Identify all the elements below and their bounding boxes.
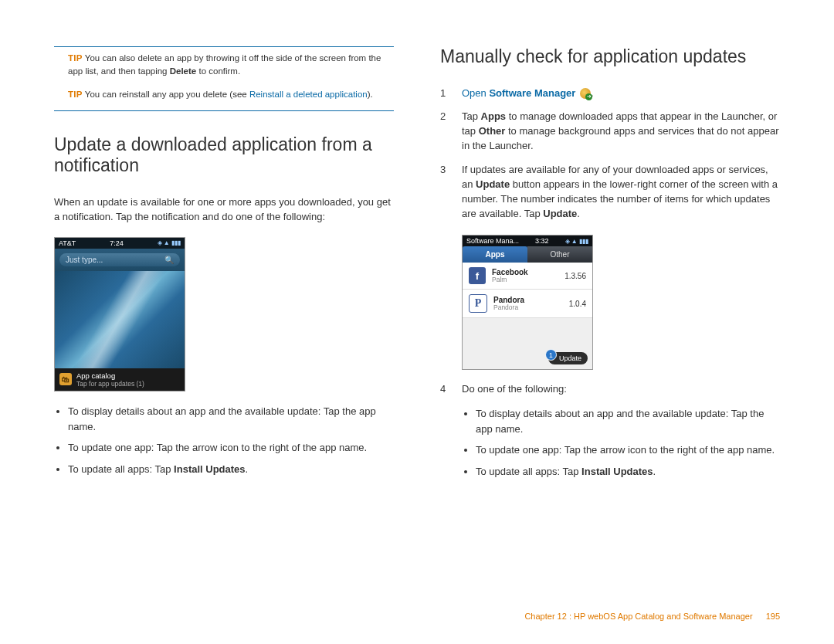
tab-apps[interactable]: Apps bbox=[463, 246, 527, 263]
tab-bar: Apps Other bbox=[463, 246, 592, 263]
list-item: To update all apps: Tap Install Updates. bbox=[68, 462, 394, 477]
step-2: 2 Tap Apps to manage downloaded apps tha… bbox=[440, 110, 780, 163]
step-body: Do one of the following: bbox=[462, 382, 780, 406]
page-footer: Chapter 12 : HP webOS App Catalog and So… bbox=[524, 612, 780, 621]
status-icons: ◈ ▲ ▮▮▮ bbox=[158, 239, 181, 246]
tip-block-1: TIP You can also delete an app by throwi… bbox=[54, 52, 394, 79]
left-column: TIP You can also delete an app by throwi… bbox=[54, 46, 394, 485]
software-manager-icon bbox=[580, 88, 591, 99]
step-bold: Update bbox=[543, 208, 577, 219]
tip-link[interactable]: Reinstall a deleted application bbox=[249, 90, 368, 99]
step-text: . bbox=[577, 208, 580, 219]
app-title: Software Mana... bbox=[466, 237, 519, 245]
list-filler: 1 Update bbox=[463, 318, 592, 369]
list-text: . bbox=[246, 463, 249, 475]
app-info: Pandora Pandora bbox=[493, 296, 569, 311]
status-time: 7:24 bbox=[110, 239, 124, 247]
step-4: 4 Do one of the following: bbox=[440, 382, 780, 406]
bullet-list: To display details about an app and the … bbox=[54, 404, 394, 476]
status-bar: Software Mana... 3:32 ◈ ▲ ▮▮▮ bbox=[463, 236, 592, 246]
step-bold: Apps bbox=[481, 110, 507, 122]
step-number: 1 bbox=[440, 86, 462, 110]
pandora-icon: P bbox=[469, 294, 487, 313]
wallpaper-area bbox=[55, 271, 185, 368]
section-heading: Manually check for application updates bbox=[440, 46, 780, 68]
search-placeholder: Just type... bbox=[66, 256, 103, 264]
notification-subtitle: Tap for app updates (1) bbox=[76, 380, 144, 388]
step-number: 2 bbox=[440, 110, 462, 163]
section-heading: Update a downloaded application from a n… bbox=[54, 134, 394, 177]
update-label: Update bbox=[559, 354, 581, 362]
list-item: To display details about an app and the … bbox=[68, 404, 394, 434]
tip-label: TIP bbox=[68, 53, 83, 63]
app-row-facebook[interactable]: f Facebook Palm 1.3.56 bbox=[463, 263, 592, 290]
step-body: If updates are available for any of your… bbox=[462, 163, 780, 230]
update-count-badge: 1 bbox=[545, 349, 557, 361]
tab-other[interactable]: Other bbox=[527, 246, 592, 263]
list-text: . bbox=[653, 466, 656, 477]
app-version: 1.0.4 bbox=[569, 300, 586, 308]
numbered-list: 1 Open Software Manager . 2 Tap Apps to … bbox=[440, 86, 780, 231]
list-item: To update one app: Tap the arrow icon to… bbox=[476, 442, 780, 458]
app-list: f Facebook Palm 1.3.56 P Pandora Pandora… bbox=[463, 263, 592, 369]
status-bar: AT&T 7:24 ◈ ▲ ▮▮▮ bbox=[55, 238, 185, 249]
document-page: TIP You can also delete an app by throwi… bbox=[0, 0, 834, 508]
search-bar-area: Just type... 🔍 bbox=[55, 249, 185, 271]
tip-text: to confirm. bbox=[196, 66, 240, 76]
update-button[interactable]: 1 Update bbox=[548, 352, 588, 364]
app-row-pandora[interactable]: P Pandora Pandora 1.0.4 bbox=[463, 290, 592, 318]
status-icons: ◈ ▲ ▮▮▮ bbox=[565, 238, 588, 245]
list-item: To update one app: Tap the arrow icon to… bbox=[68, 440, 394, 456]
step-bold: Update bbox=[476, 178, 510, 190]
list-text: To update all apps: Tap bbox=[476, 466, 581, 477]
numbered-list-cont: 4 Do one of the following: bbox=[440, 382, 780, 406]
step-1: 1 Open Software Manager . bbox=[440, 86, 780, 110]
footer-chapter: Chapter 12 : HP webOS App Catalog and So… bbox=[524, 612, 752, 621]
open-link[interactable]: Open bbox=[462, 87, 486, 99]
open-link-bold[interactable]: Software Manager bbox=[486, 87, 578, 99]
step-number: 4 bbox=[440, 382, 462, 406]
step-text: to manage background apps and services t… bbox=[462, 125, 779, 151]
notification-text: App catalog Tap for app updates (1) bbox=[76, 371, 144, 388]
app-catalog-icon: 🛍 bbox=[59, 373, 72, 385]
tip-block-2: TIP You can reinstall any app you delete… bbox=[54, 88, 394, 101]
right-column: Manually check for application updates 1… bbox=[440, 46, 780, 485]
tip-bold: Delete bbox=[170, 66, 197, 76]
facebook-icon: f bbox=[469, 267, 486, 284]
carrier-label: AT&T bbox=[59, 239, 76, 247]
step-number: 3 bbox=[440, 163, 462, 230]
app-version: 1.3.56 bbox=[564, 272, 586, 280]
notification-banner[interactable]: 🛍 App catalog Tap for app updates (1) bbox=[55, 368, 185, 391]
footer-page-number: 195 bbox=[766, 612, 780, 621]
notification-title: App catalog bbox=[76, 371, 144, 380]
search-input[interactable]: Just type... 🔍 bbox=[59, 253, 180, 266]
phone-screenshot-notification: AT&T 7:24 ◈ ▲ ▮▮▮ Just type... 🔍 🛍 App c… bbox=[54, 237, 185, 392]
phone-screenshot-software-manager: Software Mana... 3:32 ◈ ▲ ▮▮▮ Apps Other… bbox=[462, 235, 593, 370]
step-text: button appears in the lower-right corner… bbox=[462, 178, 778, 219]
list-bold: Install Updates bbox=[581, 466, 653, 477]
horizontal-rule bbox=[54, 46, 394, 47]
list-text: To update all apps: Tap bbox=[68, 463, 174, 475]
bullet-list: To display details about an app and the … bbox=[462, 406, 780, 479]
tip-text: ). bbox=[368, 90, 373, 99]
tip-label: TIP bbox=[68, 90, 83, 99]
intro-paragraph: When an update is available for one or m… bbox=[54, 195, 394, 225]
list-item: To display details about an app and the … bbox=[476, 406, 780, 436]
horizontal-rule bbox=[54, 110, 394, 111]
step-bold: Other bbox=[479, 125, 506, 137]
list-bold: Install Updates bbox=[174, 463, 245, 475]
step-text: Tap bbox=[462, 110, 481, 122]
step-3: 3 If updates are available for any of yo… bbox=[440, 163, 780, 230]
tip-text: You can reinstall any app you delete (se… bbox=[85, 90, 249, 99]
search-icon: 🔍 bbox=[164, 256, 174, 264]
step-body: Tap Apps to manage downloaded apps that … bbox=[462, 110, 780, 163]
app-publisher: Palm bbox=[492, 276, 564, 283]
list-item: To update all apps: Tap Install Updates. bbox=[476, 464, 780, 480]
status-time: 3:32 bbox=[535, 237, 549, 245]
app-info: Facebook Palm bbox=[492, 268, 564, 283]
app-publisher: Pandora bbox=[493, 304, 569, 311]
step-body: Open Software Manager . bbox=[462, 86, 780, 110]
